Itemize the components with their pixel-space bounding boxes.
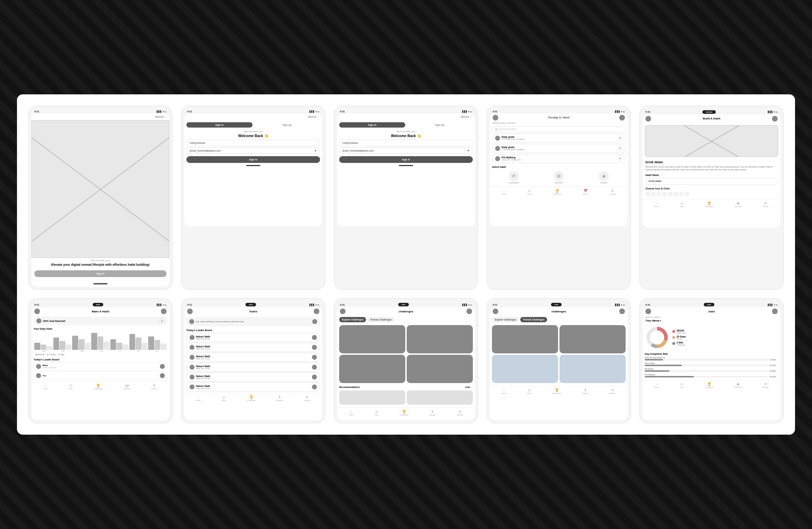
s5-nav-squeeze[interactable]: ◉Squeeze xyxy=(735,201,742,207)
s4-habit-2[interactable]: Pet Walking Happy Pet, Happy You × xyxy=(492,154,626,163)
s6-nav-challenges[interactable]: 🏆Challenges xyxy=(94,384,103,390)
s10-nav-store[interactable]: ◎Store xyxy=(680,382,684,388)
rec-link[interactable]: Link → xyxy=(465,386,473,388)
s6-goal-btn[interactable]: × xyxy=(160,318,164,323)
s9-nav-home[interactable]: ⌂Home xyxy=(501,388,506,394)
color-5[interactable] xyxy=(668,192,672,196)
s3-name-input[interactable]: Cindy Erdman xyxy=(339,140,473,146)
s3-signin-tab[interactable]: Sign In xyxy=(339,122,405,128)
s8-card-2[interactable] xyxy=(339,355,405,383)
s4-nav-settings[interactable]: ⚙Settings xyxy=(609,189,616,195)
s2-signup-tab[interactable]: Sign Up xyxy=(254,122,320,128)
s4-habit-1-btn[interactable]: × xyxy=(617,146,622,151)
s8-nav-challenges[interactable]: 🏆Challenges xyxy=(399,410,408,416)
s9-nav-challenges[interactable]: 🏆Challenges xyxy=(552,388,561,394)
s4-icon-lookahead[interactable]: ⟳ Lookahead xyxy=(509,171,519,184)
s9-challenges-icon: 🏆 xyxy=(555,388,559,392)
s10-nav-squeeze[interactable]: ◉Squeeze xyxy=(735,382,742,388)
s8-rec-0[interactable] xyxy=(339,390,405,405)
color-7[interactable] xyxy=(679,192,684,196)
s10-donut xyxy=(645,325,669,350)
s9-friends-tab[interactable]: Friends Challenges xyxy=(520,317,547,322)
color-6[interactable] xyxy=(674,192,678,196)
s3-email-input[interactable]: Amari_Kuhic84@yahoo.com 👁 xyxy=(339,147,473,154)
s10-stats-main: 45/100 Habit Score 20 Days Streak xyxy=(643,324,781,351)
evening-label: Evening xyxy=(49,353,56,355)
s9-card-0[interactable] xyxy=(492,325,558,353)
s4-nav-home[interactable]: ⌂Home xyxy=(501,189,506,195)
s2-nav-link[interactable]: Second → xyxy=(184,113,322,120)
s4-icon-microsoft[interactable]: ⊞ Microsoft xyxy=(554,171,564,184)
s10-nav-challenges[interactable]: 🏆Challenges xyxy=(705,382,714,388)
s6-nav-settings[interactable]: ⚙Settings xyxy=(151,384,157,390)
s3-signin-button[interactable]: Sign In xyxy=(339,156,473,163)
s4-nav-goals[interactable]: ◎Goals xyxy=(527,189,532,195)
color-8[interactable] xyxy=(685,192,689,196)
s9-card-2[interactable] xyxy=(492,355,558,383)
s7-nav-settings[interactable]: ⚙Settings xyxy=(304,395,310,401)
s2-signin-button[interactable]: Sign In xyxy=(186,156,320,163)
s5-nav-store[interactable]: ◎Store xyxy=(680,201,684,207)
s8-avatar-right xyxy=(466,308,472,314)
s7-todo-0[interactable]: Nature Walk Walk 2km A Day xyxy=(186,333,320,342)
s4-habit-2-btn[interactable]: × xyxy=(617,156,622,161)
s5-name-input[interactable]: Drink Water xyxy=(645,178,778,184)
s8-nav-upgrade[interactable]: ⬆Upgrade xyxy=(429,410,436,416)
s6-nav-todo[interactable]: ☑Todo xyxy=(69,384,73,390)
s7-todo-5[interactable]: Nature Walk Walk 2km A Day xyxy=(186,382,320,392)
s7-nav-upgrade[interactable]: ⬆Upgrade xyxy=(276,395,283,401)
s7-todo-1[interactable]: Nature Walk Walk 2km A Day xyxy=(186,343,320,352)
s5-nav-settings[interactable]: ⚙Settings xyxy=(762,201,769,207)
s7-todo-2[interactable]: Nature Walk Walk 2km A Day xyxy=(186,353,320,362)
s6-leader-0[interactable]: Mihai Oradea, Romania xyxy=(34,362,167,371)
s8-nav-home[interactable]: ⌂Home xyxy=(349,410,353,416)
s10-nav-home[interactable]: ⌂Home xyxy=(654,382,659,388)
s9-card-1[interactable] xyxy=(559,325,626,353)
s7-nav-home[interactable]: ⌂Home xyxy=(196,395,201,401)
s9-nav-settings[interactable]: ⚙Settings xyxy=(609,388,616,394)
s1-nav-link[interactable]: Second → xyxy=(31,113,169,120)
s2-name-input[interactable]: Cindy Erdman xyxy=(186,140,320,146)
s8-friends-tab[interactable]: Friends Challenges xyxy=(367,317,394,322)
s2-signin-tab[interactable]: Sign In xyxy=(186,122,253,128)
s4-search[interactable]: 🔍 Search Any Habits xyxy=(492,126,626,132)
s4-nav-dayinfo[interactable]: 📅day info xyxy=(582,189,589,195)
s8-explore-tab[interactable]: Explore Challenges xyxy=(339,317,366,322)
s5-nav-home[interactable]: ⌂Home xyxy=(654,201,659,207)
color-4[interactable] xyxy=(662,192,667,196)
color-3[interactable] xyxy=(657,192,661,196)
s8-nav-store[interactable]: ◎Store xyxy=(375,410,379,416)
s1-signin-button[interactable]: Sign In xyxy=(34,270,167,277)
s10-legend-2-label: Challenges xyxy=(677,344,685,346)
s9-nav-upgrade[interactable]: ⬆Upgrade xyxy=(582,388,588,394)
s7-todo-4[interactable]: Nature Walk Walk 2km A Day xyxy=(186,372,320,382)
s8-card-1[interactable] xyxy=(407,325,473,353)
color-2[interactable] xyxy=(651,192,655,196)
legend-dot-0 xyxy=(672,330,675,333)
color-1[interactable] xyxy=(645,192,650,196)
s4-habit-1[interactable]: Daily goals 11/54 day goals completed × xyxy=(492,144,626,153)
s8-card-0[interactable] xyxy=(339,325,405,353)
s3-nav-link[interactable]: Second → xyxy=(337,113,475,120)
s7-todo-3[interactable]: Nature Walk Walk 2km A Day xyxy=(186,363,320,372)
s8-card-3[interactable] xyxy=(407,355,473,383)
s4-icon-dropbox[interactable]: ◈ Dropbox xyxy=(599,171,609,184)
s9-card-3[interactable] xyxy=(559,355,626,383)
s9-explore-tab[interactable]: Explore Challenges xyxy=(492,317,519,322)
s7-nav-store[interactable]: ◎Store xyxy=(222,395,226,401)
s4-nav-challenges[interactable]: 🏆Challenges xyxy=(553,189,562,195)
s10-nav-settings[interactable]: ⚙Settings xyxy=(762,382,769,388)
s9-nav-store[interactable]: ◎Store xyxy=(527,388,532,394)
s6-nav-home[interactable]: ⌂Home xyxy=(44,384,48,390)
s3-signup-tab[interactable]: Sign Up xyxy=(407,122,473,128)
s4-habit-0-btn[interactable]: × xyxy=(617,136,622,141)
s6-nav-logbook[interactable]: 📖Logbook xyxy=(123,384,130,390)
s6-leader-1[interactable]: You xyxy=(34,371,167,380)
s7-nav-challenges[interactable]: 🏆Challenges xyxy=(246,395,255,401)
s4-habit-0[interactable]: Daily goals 11/15 day goals completed × xyxy=(492,134,626,143)
s1-content: Second → Meet the better you! Elevate yo… xyxy=(31,113,169,287)
s8-rec-1[interactable] xyxy=(407,390,473,405)
s8-nav-settings[interactable]: ⚙Settings xyxy=(457,410,463,416)
s5-nav-challenges[interactable]: 🏆Challenges xyxy=(705,201,714,207)
s2-email-input[interactable]: Amari_Kuhic84@yahoo.com 👁 xyxy=(186,147,320,154)
